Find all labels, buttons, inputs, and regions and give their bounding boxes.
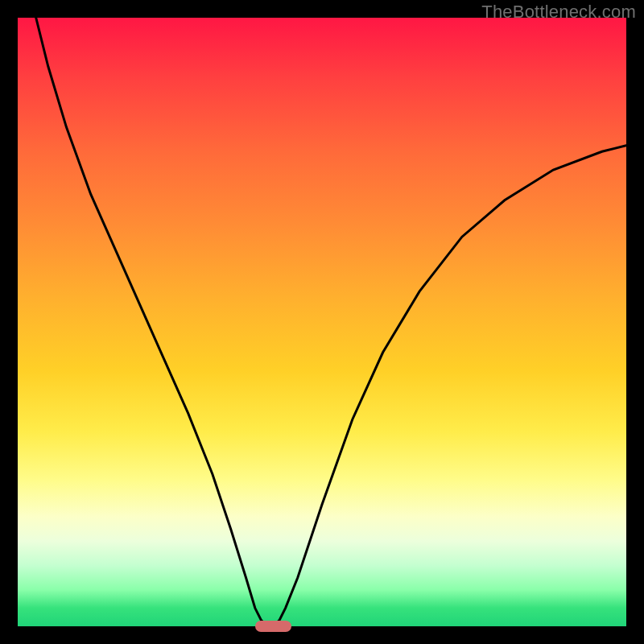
chart-svg: [18, 18, 626, 626]
bottleneck-curve-path: [36, 18, 626, 626]
chart-plot-area: [18, 18, 626, 626]
watermark-label: TheBottleneck.com: [481, 2, 636, 23]
minimum-marker: [255, 621, 291, 632]
